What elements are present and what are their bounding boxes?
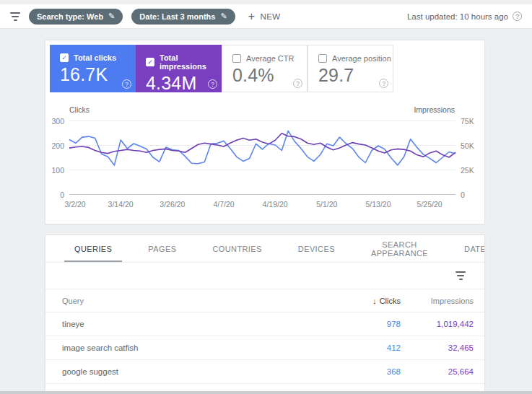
- table-row[interactable]: image search catfish 412 32,465: [45, 336, 484, 360]
- query-cell[interactable]: tineye: [62, 320, 336, 328]
- right-axis-tick: 75K: [461, 117, 484, 126]
- tab-dates[interactable]: DATES: [460, 235, 485, 262]
- query-cell[interactable]: google suggest: [62, 367, 336, 376]
- query-cell[interactable]: image search catfish: [62, 343, 336, 352]
- left-axis-tick: 0: [45, 191, 64, 199]
- x-axis-tick: 4/7/20: [213, 200, 234, 209]
- x-axis-tick: 3/26/20: [160, 200, 185, 209]
- table-row[interactable]: google suggest 368 25,664: [45, 360, 484, 384]
- card-label: Average position: [332, 54, 391, 63]
- plus-icon: +: [248, 11, 256, 22]
- card-label: Total clicks: [74, 53, 116, 62]
- x-axis-ticks: 3/2/20 3/14/20 3/26/20 4/7/20 4/19/20 5/…: [69, 200, 455, 210]
- card-label: Average CTR: [246, 54, 294, 63]
- table-header-row: Query ↓Clicks Impressions: [45, 289, 484, 312]
- date-range-chip[interactable]: Date: Last 3 months ✎: [131, 9, 235, 25]
- x-axis-tick: 5/25/20: [417, 200, 442, 209]
- average-position-card[interactable]: Average position 29.7 ?: [308, 45, 393, 92]
- left-axis-tick: 200: [45, 141, 64, 150]
- table-filter-row: [45, 263, 484, 289]
- left-axis-tick: 300: [45, 117, 64, 126]
- dimension-tabs: QUERIES PAGES COUNTRIES DEVICES SEARCH A…: [45, 235, 484, 263]
- right-axis-tick: 50K: [461, 141, 484, 150]
- tab-search-appearance[interactable]: SEARCH APPEARANCE: [367, 235, 432, 262]
- search-console-performance-page: Search type: Web ✎ Date: Last 3 months ✎…: [0, 0, 532, 394]
- total-clicks-card[interactable]: ✓ Total clicks 16.7K ?: [50, 45, 136, 92]
- edit-pencil-icon: ✎: [220, 12, 227, 20]
- right-axis-tick: 25K: [461, 166, 484, 175]
- impressions-column-header[interactable]: Impressions: [401, 297, 474, 305]
- metric-cards: ✓ Total clicks 16.7K ? ✓ Total impressio…: [50, 45, 393, 92]
- x-axis-tick: 4/19/20: [263, 200, 288, 209]
- checkbox-checked-icon[interactable]: ✓: [146, 58, 154, 66]
- tab-queries[interactable]: QUERIES: [70, 235, 116, 262]
- help-icon[interactable]: ?: [122, 79, 131, 89]
- total-clicks-line: [69, 131, 455, 165]
- checkbox-unchecked-icon[interactable]: [318, 54, 327, 63]
- new-filter-button[interactable]: + NEW: [248, 11, 281, 22]
- sort-descending-icon: ↓: [372, 297, 377, 305]
- toolbar: Search type: Web ✎ Date: Last 3 months ✎…: [0, 4, 532, 29]
- help-icon[interactable]: ?: [293, 79, 302, 88]
- right-axis-tick: 0: [461, 191, 484, 199]
- left-axis-tick: 100: [45, 166, 64, 175]
- help-icon[interactable]: ?: [379, 79, 388, 88]
- edit-pencil-icon: ✎: [108, 12, 115, 20]
- last-updated-text: Last updated: 10 hours ago: [407, 12, 508, 21]
- total-impressions-card[interactable]: ✓ Total impressions 4.34M ?: [136, 45, 222, 92]
- search-type-chip-label: Search type: Web: [37, 12, 103, 21]
- x-axis-tick: 5/1/20: [316, 200, 337, 209]
- right-axis-title: Impressions: [414, 105, 455, 114]
- clicks-column-header[interactable]: ↓Clicks: [336, 297, 401, 305]
- date-range-chip-label: Date: Last 3 months: [139, 12, 215, 21]
- checkbox-unchecked-icon[interactable]: [232, 54, 241, 63]
- help-icon[interactable]: ?: [208, 79, 217, 89]
- x-axis-tick: 3/2/20: [64, 200, 85, 209]
- x-axis-tick: 5/13/20: [365, 200, 391, 209]
- tab-devices[interactable]: DEVICES: [294, 235, 339, 262]
- clicks-cell: 368: [336, 367, 401, 376]
- dimensions-table-panel: QUERIES PAGES COUNTRIES DEVICES SEARCH A…: [45, 235, 485, 394]
- window-bottom-edge: [0, 391, 532, 394]
- impressions-cell: 1,019,442: [401, 320, 474, 328]
- impressions-cell: 32,465: [401, 343, 474, 352]
- table-filter-icon[interactable]: [455, 271, 466, 280]
- table-row[interactable]: tineye 978 1,019,442: [45, 312, 484, 336]
- left-axis-title: Clicks: [69, 105, 90, 114]
- help-icon[interactable]: ?: [513, 12, 522, 21]
- search-type-chip[interactable]: Search type: Web ✎: [29, 9, 123, 25]
- clicks-cell: 978: [336, 320, 401, 328]
- average-ctr-card[interactable]: Average CTR 0.4% ?: [222, 45, 308, 92]
- new-filter-label: NEW: [260, 12, 280, 21]
- x-axis-tick: 3/14/20: [108, 200, 134, 209]
- filter-list-icon[interactable]: [10, 12, 20, 21]
- last-updated-status: Last updated: 10 hours ago ?: [407, 12, 522, 21]
- checkbox-checked-icon[interactable]: ✓: [60, 53, 69, 62]
- query-column-header[interactable]: Query: [62, 297, 336, 305]
- impressions-cell: 25,664: [401, 367, 474, 376]
- total-impressions-line: [69, 133, 455, 157]
- card-label: Total impressions: [160, 53, 222, 71]
- performance-summary-panel: ✓ Total clicks 16.7K ? ✓ Total impressio…: [45, 40, 485, 224]
- performance-line-chart[interactable]: [69, 121, 455, 194]
- tab-pages[interactable]: PAGES: [144, 235, 180, 262]
- clicks-cell: 412: [336, 343, 401, 352]
- tab-countries[interactable]: COUNTRIES: [208, 235, 266, 262]
- x-axis-line: [69, 194, 455, 195]
- chart-lines: [69, 121, 455, 194]
